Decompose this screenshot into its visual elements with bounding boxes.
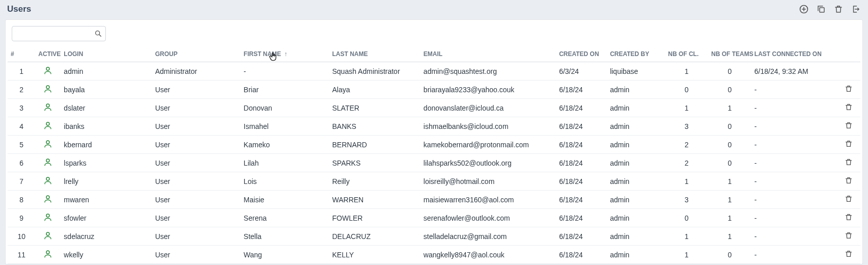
delete-button[interactable] [833, 4, 844, 14]
group-cell: User [152, 81, 241, 99]
row-number: 8 [8, 191, 35, 209]
users-table: # ACTIVE LOGIN GROUP FIRST NAME ↑ LAST N… [8, 46, 860, 264]
first-name-cell: Serena [241, 209, 329, 227]
add-user-button[interactable] [799, 4, 809, 14]
search-box[interactable] [12, 26, 106, 41]
login-cell: lrelly [61, 172, 152, 191]
table-row[interactable]: 2bayalaUserBriarAlayabriarayala9233@yaho… [8, 81, 860, 99]
col-header-email[interactable]: EMAIL [421, 46, 556, 62]
col-header-first-name[interactable]: FIRST NAME ↑ [241, 46, 329, 62]
delete-row-button[interactable] [845, 231, 853, 240]
last-connected-cell: - [751, 209, 837, 227]
active-cell [35, 99, 61, 117]
created-by-cell: admin [607, 81, 665, 99]
svg-point-12 [46, 177, 49, 180]
last-connected-cell: - [751, 99, 837, 117]
row-number: 7 [8, 172, 35, 191]
col-header-login[interactable]: LOGIN [61, 46, 152, 62]
first-name-cell: Kameko [241, 136, 329, 154]
group-cell: User [152, 154, 241, 172]
delete-row-button[interactable] [845, 213, 853, 221]
col-header-created-on[interactable]: CREATED ON [556, 46, 607, 62]
active-cell [35, 62, 61, 81]
delete-row-button[interactable] [845, 121, 853, 129]
nb-teams-cell: 1 [708, 172, 751, 191]
svg-point-8 [46, 104, 49, 107]
last-connected-cell: - [751, 172, 837, 191]
row-number: 10 [8, 227, 35, 246]
created-on-cell: 6/18/24 [556, 227, 607, 246]
col-header-last-name[interactable]: LAST NAME [329, 46, 421, 62]
row-number: 1 [8, 62, 35, 81]
user-active-icon [43, 66, 52, 75]
col-header-group[interactable]: GROUP [152, 46, 241, 62]
first-name-cell: Lois [241, 172, 329, 191]
created-on-cell: 6/18/24 [556, 117, 607, 136]
last-name-cell: FOWLER [329, 209, 421, 227]
nb-teams-cell: 0 [708, 136, 751, 154]
table-row[interactable]: 9sfowlerUserSerenaFOWLERserenafowler@out… [8, 209, 860, 227]
delete-row-button[interactable] [845, 250, 853, 258]
table-row[interactable]: 4ibanksUserIsmahelBANKSishmaelbanks@iclo… [8, 117, 860, 136]
table-row[interactable]: 5kbernardUserKamekoBERNARDkamekobernard@… [8, 136, 860, 154]
delete-row-button[interactable] [845, 103, 853, 111]
user-active-icon [43, 176, 52, 185]
col-header-num[interactable]: # [8, 46, 35, 62]
search-input[interactable] [15, 30, 94, 38]
table-row[interactable]: 6lsparksUserLilahSPARKSlilahsparks502@ou… [8, 154, 860, 172]
user-active-icon [43, 157, 52, 167]
created-on-cell: 6/18/24 [556, 136, 607, 154]
svg-rect-3 [820, 8, 824, 12]
active-cell [35, 117, 61, 136]
col-header-nb-teams[interactable]: NB OF TEAMS [708, 46, 751, 62]
delete-row-button[interactable] [845, 195, 853, 203]
row-actions-cell [837, 172, 860, 191]
col-header-last-connected[interactable]: LAST CONNECTED ON [751, 46, 837, 62]
col-header-active[interactable]: ACTIVE [35, 46, 61, 62]
delete-row-button[interactable] [845, 85, 853, 93]
delete-row-button[interactable] [845, 140, 853, 148]
email-cell: wangkelly8947@aol.couk [421, 246, 556, 264]
active-cell [35, 81, 61, 99]
created-by-cell: admin [607, 136, 665, 154]
active-cell [35, 172, 61, 191]
col-header-created-by[interactable]: CREATED BY [607, 46, 665, 62]
export-button[interactable] [851, 4, 861, 14]
table-row[interactable]: 3dslaterUserDonovanSLATERdonovanslater@i… [8, 99, 860, 117]
sort-asc-icon: ↑ [284, 50, 287, 58]
table-row[interactable]: 10sdelacruzUserStellaDELACRUZstelladelac… [8, 227, 860, 246]
created-on-cell: 6/18/24 [556, 191, 607, 209]
created-on-cell: 6/18/24 [556, 246, 607, 264]
last-name-cell: Squash Administrator [329, 62, 421, 81]
user-active-icon [43, 249, 52, 258]
row-number: 5 [8, 136, 35, 154]
users-panel: # ACTIVE LOGIN GROUP FIRST NAME ↑ LAST N… [5, 19, 863, 264]
col-header-first-name-label: FIRST NAME [244, 50, 281, 58]
first-name-cell: Wang [241, 246, 329, 264]
table-row[interactable]: 8mwarenUserMaisieWARRENmaisiewarren3160@… [8, 191, 860, 209]
login-cell: sfowler [61, 209, 152, 227]
login-cell: admin [61, 62, 152, 81]
delete-row-button[interactable] [845, 158, 853, 166]
top-actions [799, 4, 861, 14]
user-active-icon [43, 213, 52, 222]
login-cell: mwaren [61, 191, 152, 209]
login-cell: kbernard [61, 136, 152, 154]
first-name-cell: Stella [241, 227, 329, 246]
copy-multi-button[interactable] [816, 4, 826, 14]
created-by-cell: admin [607, 172, 665, 191]
email-cell: maisiewarren3160@aol.com [421, 191, 556, 209]
table-row[interactable]: 1adminAdministrator-Squash Administrator… [8, 62, 860, 81]
topbar: Users [0, 0, 868, 19]
table-row[interactable]: 11wkellyUserWangKELLYwangkelly8947@aol.c… [8, 246, 860, 264]
nb-teams-cell: 1 [708, 99, 751, 117]
table-row[interactable]: 7lrellyUserLoisReillyloisreilly@hotmail.… [8, 172, 860, 191]
group-cell: User [152, 227, 241, 246]
nb-cl-cell: 3 [665, 191, 708, 209]
group-cell: User [152, 209, 241, 227]
search-icon[interactable] [94, 30, 102, 38]
svg-line-5 [99, 35, 101, 37]
col-header-nb-cl[interactable]: NB OF CL. [665, 46, 708, 62]
created-on-cell: 6/18/24 [556, 154, 607, 172]
delete-row-button[interactable] [845, 176, 853, 184]
